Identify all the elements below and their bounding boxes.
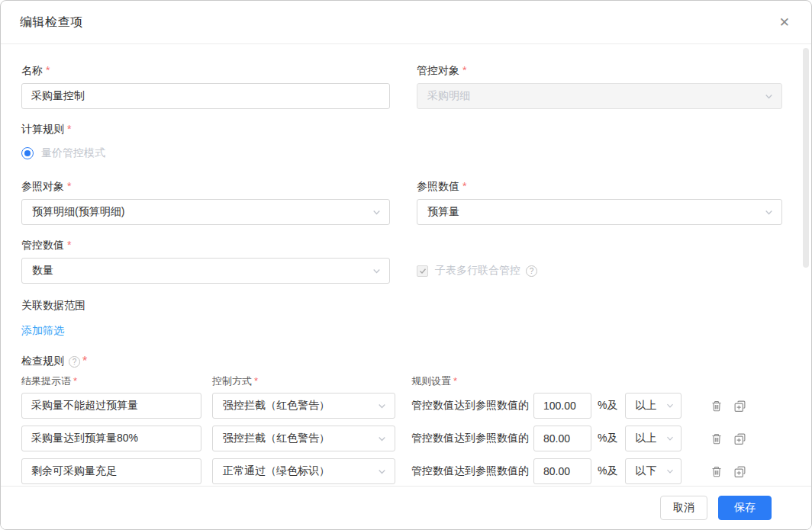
trash-icon	[710, 432, 723, 445]
add-row-button[interactable]	[733, 465, 746, 478]
dialog-footer: 取消 保存	[1, 486, 811, 529]
rules-table-header: 结果提示语* 控制方式* 规则设置*	[21, 374, 782, 388]
col-header-control-text: 控制方式	[212, 375, 252, 387]
copy-plus-icon	[733, 465, 746, 478]
rule-prefix-text: 管控数值达到参照数值的	[411, 464, 529, 478]
check-rules-title: 检查规则 ? *	[21, 355, 782, 368]
reference-value-value: 预算量	[427, 205, 459, 219]
rule-control-select[interactable]: 正常通过（绿色标识）	[212, 458, 395, 484]
col-header-prompt: 结果提示语*	[21, 374, 201, 388]
control-value-select[interactable]: 数量	[21, 258, 390, 284]
rule-prompt-input[interactable]	[21, 426, 201, 451]
add-filter-link[interactable]: 添加筛选	[21, 324, 64, 338]
chevron-down-icon	[372, 207, 382, 217]
reference-value-select[interactable]: 预算量	[417, 199, 782, 225]
rule-prefix-text: 管控数值达到参照数值的	[411, 399, 529, 413]
copy-plus-icon	[733, 432, 746, 445]
copy-plus-icon	[733, 400, 746, 413]
rule-prompt-input[interactable]	[21, 393, 201, 419]
control-object-field: 管控对象* 采购明细	[417, 63, 782, 109]
check-icon	[419, 268, 427, 275]
reference-object-field: 参照对象* 预算明细(预算明细)	[21, 178, 390, 225]
name-label-text: 名称	[21, 64, 43, 76]
rule-percent-input[interactable]	[533, 426, 591, 451]
required-asterisk: *	[453, 375, 457, 387]
edit-check-item-dialog: 编辑检查项 ✕ 名称* 管控对象* 采购明细 计算规则* 量价管控模式 参	[0, 0, 812, 530]
rule-percent-input[interactable]	[533, 393, 591, 419]
required-asterisk: *	[67, 123, 71, 135]
trash-icon	[710, 400, 723, 413]
rule-control-value: 正常通过（绿色标识）	[223, 464, 330, 478]
name-input[interactable]	[21, 83, 390, 109]
reference-object-value: 预算明细(预算明细)	[32, 205, 124, 219]
rule-control-select[interactable]: 强控拦截（红色警告）	[212, 426, 395, 451]
check-rules-label: 检查规则	[21, 355, 64, 368]
rule-control-select[interactable]: 强控拦截（红色警告）	[212, 393, 395, 419]
control-value-value: 数量	[32, 264, 53, 278]
reference-object-label-text: 参照对象	[21, 180, 64, 192]
reference-value-label-text: 参照数值	[417, 180, 459, 192]
help-icon: ?	[69, 356, 80, 368]
percent-suffix-text: %及	[598, 464, 617, 478]
chevron-down-icon	[372, 266, 382, 276]
rule-row: 强控拦截（红色警告） 管控数值达到参照数值的 %及 以上	[21, 426, 782, 451]
rule-percent-input[interactable]	[533, 458, 591, 484]
rule-direction-select[interactable]: 以上	[625, 426, 682, 451]
required-asterisk: *	[462, 64, 466, 76]
chevron-down-icon	[377, 467, 387, 477]
name-field: 名称*	[21, 63, 390, 109]
dialog-title: 编辑检查项	[20, 14, 83, 31]
control-value-label-text: 管控数值	[21, 239, 64, 251]
control-value-field: 管控数值* 数量	[21, 237, 390, 284]
calc-mode-radio-label: 量价管控模式	[41, 146, 105, 160]
chevron-down-icon	[764, 207, 774, 217]
rule-setting: 管控数值达到参照数值的 %及 以下	[411, 458, 782, 484]
dialog-body: 名称* 管控对象* 采购明细 计算规则* 量价管控模式 参照对象* 预算明细(预…	[1, 44, 811, 486]
col-header-prompt-text: 结果提示语	[21, 375, 71, 387]
rule-control-value: 强控拦截（红色警告）	[223, 432, 330, 445]
reference-value-field: 参照数值* 预算量	[417, 178, 782, 225]
close-icon[interactable]: ✕	[779, 16, 790, 29]
control-object-label-text: 管控对象	[417, 64, 459, 76]
rule-prompt-input[interactable]	[21, 458, 201, 484]
required-asterisk: *	[67, 239, 71, 251]
calc-rule-label: 计算规则*	[21, 121, 782, 137]
calc-rule-label-text: 计算规则	[21, 123, 64, 135]
percent-suffix-text: %及	[598, 432, 617, 445]
add-row-button[interactable]	[733, 400, 746, 413]
rule-row: 强控拦截（红色警告） 管控数值达到参照数值的 %及 以上	[21, 393, 782, 419]
reference-object-label: 参照对象*	[21, 178, 390, 194]
rule-direction-select[interactable]: 以上	[625, 393, 682, 419]
joint-control-cell: 子表多行联合管控 ?	[417, 237, 782, 296]
chevron-down-icon	[665, 434, 675, 443]
delete-row-button[interactable]	[710, 400, 723, 413]
rule-prefix-text: 管控数值达到参照数值的	[411, 432, 529, 445]
cancel-button[interactable]: 取消	[660, 496, 707, 520]
delete-row-button[interactable]	[710, 465, 723, 478]
rule-setting: 管控数值达到参照数值的 %及 以上	[411, 426, 782, 451]
control-value-label: 管控数值*	[21, 237, 390, 252]
checkbox-checked-icon	[417, 265, 428, 277]
help-icon: ?	[526, 265, 537, 277]
save-button[interactable]: 保存	[718, 496, 772, 520]
rule-direction-value: 以下	[635, 464, 656, 478]
data-range-label: 关联数据范围	[21, 299, 782, 313]
control-object-value: 采购明细	[427, 89, 470, 103]
add-row-button[interactable]	[733, 432, 746, 445]
dialog-header: 编辑检查项 ✕	[1, 1, 811, 44]
delete-row-button[interactable]	[710, 432, 723, 445]
col-header-setting: 规则设置*	[411, 374, 782, 388]
rule-direction-select[interactable]: 以下	[625, 458, 682, 484]
joint-control-checkbox: 子表多行联合管控 ?	[417, 258, 782, 284]
required-asterisk: *	[254, 375, 258, 387]
scrollbar-thumb[interactable]	[803, 48, 809, 268]
required-asterisk: *	[82, 355, 87, 368]
col-header-setting-text: 规则设置	[411, 375, 451, 387]
required-asterisk: *	[73, 375, 77, 387]
rule-setting: 管控数值达到参照数值的 %及 以上	[411, 393, 782, 419]
rules-rows: 强控拦截（红色警告） 管控数值达到参照数值的 %及 以上	[21, 393, 782, 484]
reference-object-select[interactable]: 预算明细(预算明细)	[21, 199, 390, 225]
required-asterisk: *	[462, 180, 466, 192]
rule-direction-value: 以上	[635, 399, 656, 413]
control-object-label: 管控对象*	[417, 63, 782, 78]
